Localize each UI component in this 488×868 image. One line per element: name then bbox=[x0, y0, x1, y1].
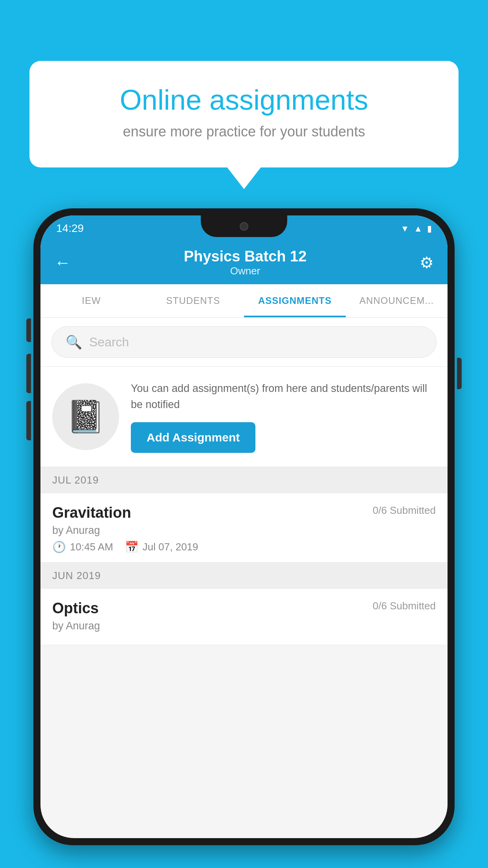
search-container: 🔍 Search bbox=[40, 318, 448, 367]
assignment-item-optics[interactable]: Optics 0/6 Submitted by Anurag bbox=[40, 589, 448, 645]
add-assignment-description: You can add assignment(s) from here and … bbox=[131, 381, 436, 412]
tab-students[interactable]: STUDENTS bbox=[142, 284, 244, 317]
assignment-author-optics: by Anurag bbox=[52, 620, 436, 632]
speech-bubble-card: Online assignments ensure more practice … bbox=[29, 61, 459, 167]
section-header-jul: JUL 2019 bbox=[40, 467, 448, 493]
clock-icon: 🕐 bbox=[52, 541, 66, 554]
tab-assignments[interactable]: ASSIGNMENTS bbox=[244, 284, 346, 317]
phone-screen: 14:29 ← Physics Batch 12 Owner ⚙ bbox=[40, 215, 448, 838]
calendar-icon: 📅 bbox=[125, 541, 139, 554]
app-header: ← Physics Batch 12 Owner ⚙ bbox=[40, 241, 448, 284]
assignment-date-gravitation: 📅 Jul 07, 2019 bbox=[125, 541, 198, 554]
phone-outer: 14:29 ← Physics Batch 12 Owner ⚙ bbox=[33, 208, 455, 845]
assignment-name-gravitation: Gravitation bbox=[52, 504, 131, 521]
notebook-icon: 📓 bbox=[66, 398, 105, 435]
search-bar[interactable]: 🔍 Search bbox=[51, 326, 437, 358]
wifi-icon bbox=[400, 223, 409, 234]
volume-up-button bbox=[26, 354, 31, 393]
speech-bubble-title: Online assignments bbox=[57, 85, 431, 116]
header-center: Physics Batch 12 Owner bbox=[184, 248, 307, 277]
assignment-item-gravitation[interactable]: Gravitation 0/6 Submitted by Anurag 🕐 10… bbox=[40, 493, 448, 563]
back-button[interactable]: ← bbox=[54, 253, 71, 272]
search-icon: 🔍 bbox=[66, 334, 82, 350]
signal-icon bbox=[414, 223, 422, 234]
tab-announcements[interactable]: ANNOUNCEM... bbox=[346, 284, 448, 317]
status-icons bbox=[400, 223, 432, 234]
assignment-name-optics: Optics bbox=[52, 600, 99, 617]
add-assignment-content: You can add assignment(s) from here and … bbox=[131, 381, 436, 453]
assignment-icon-circle: 📓 bbox=[52, 383, 119, 450]
batch-subtitle: Owner bbox=[184, 265, 307, 277]
assignment-row-top-optics: Optics 0/6 Submitted bbox=[52, 600, 436, 617]
assignment-author-gravitation: by Anurag bbox=[52, 524, 436, 537]
status-time: 14:29 bbox=[56, 222, 84, 235]
batch-title: Physics Batch 12 bbox=[184, 248, 307, 265]
volume-down-button bbox=[26, 401, 31, 440]
tabs-bar: IEW STUDENTS ASSIGNMENTS ANNOUNCEM... bbox=[40, 284, 448, 318]
phone-notch bbox=[201, 215, 287, 237]
front-camera bbox=[240, 222, 248, 231]
section-header-jun: JUN 2019 bbox=[40, 563, 448, 589]
assignment-meta-gravitation: 🕐 10:45 AM 📅 Jul 07, 2019 bbox=[52, 541, 436, 554]
phone-frame: 14:29 ← Physics Batch 12 Owner ⚙ bbox=[33, 208, 455, 868]
add-assignment-card: 📓 You can add assignment(s) from here an… bbox=[40, 367, 448, 467]
tab-iew[interactable]: IEW bbox=[40, 284, 142, 317]
assignment-submitted-optics: 0/6 Submitted bbox=[373, 600, 436, 612]
silent-button bbox=[26, 318, 31, 342]
power-button bbox=[457, 358, 462, 389]
add-assignment-button[interactable]: Add Assignment bbox=[131, 422, 255, 453]
settings-icon[interactable]: ⚙ bbox=[420, 254, 434, 272]
assignment-submitted-gravitation: 0/6 Submitted bbox=[373, 504, 436, 517]
speech-bubble-subtitle: ensure more practice for your students bbox=[57, 123, 431, 140]
assignment-row-top: Gravitation 0/6 Submitted bbox=[52, 504, 436, 521]
assignment-time-gravitation: 🕐 10:45 AM bbox=[52, 541, 113, 554]
search-placeholder: Search bbox=[89, 335, 129, 349]
battery-icon bbox=[427, 223, 432, 234]
